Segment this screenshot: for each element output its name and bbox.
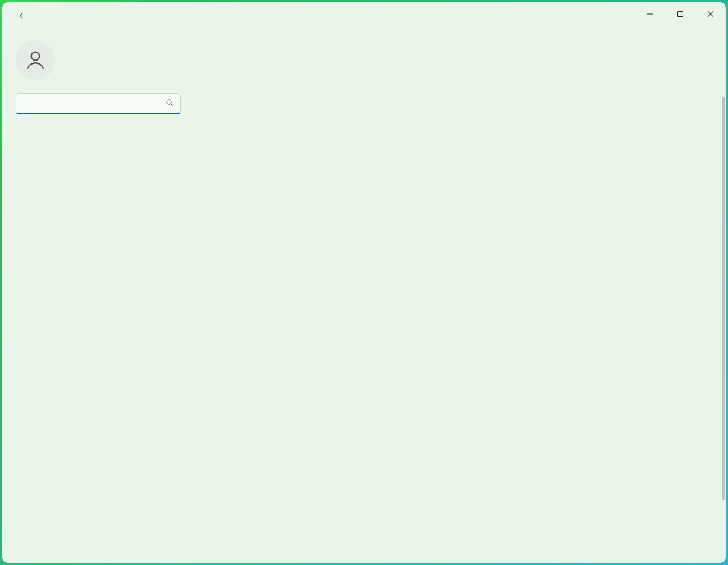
svg-point-2 xyxy=(31,52,40,61)
maximize-button[interactable] xyxy=(665,2,695,26)
close-icon xyxy=(707,11,714,17)
settings-window xyxy=(2,2,726,563)
close-button[interactable] xyxy=(695,2,726,26)
svg-rect-1 xyxy=(678,12,683,17)
profile-block[interactable] xyxy=(10,36,186,91)
search-wrap xyxy=(16,93,181,114)
maximize-icon xyxy=(677,11,684,17)
svg-rect-0 xyxy=(647,14,653,15)
person-icon xyxy=(24,48,47,72)
search-input[interactable] xyxy=(16,93,181,114)
settings-list xyxy=(225,56,710,67)
main-panel xyxy=(193,29,726,563)
back-button[interactable] xyxy=(11,6,31,26)
minimize-button[interactable] xyxy=(635,2,665,26)
arrow-left-icon xyxy=(16,11,26,21)
search-icon xyxy=(165,98,174,109)
svg-point-3 xyxy=(167,100,171,104)
content-area xyxy=(2,29,726,563)
avatar xyxy=(16,40,55,80)
minimize-icon xyxy=(647,11,653,17)
sidebar xyxy=(2,29,193,563)
scrollbar[interactable] xyxy=(722,97,725,500)
titlebar xyxy=(2,2,726,29)
window-controls xyxy=(635,2,726,26)
